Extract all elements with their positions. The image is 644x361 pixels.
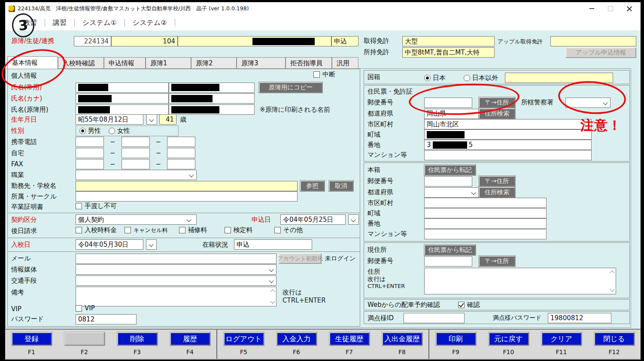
entry-date-field[interactable]: 令04年05月30日 (76, 239, 143, 250)
nationality-japan-radio[interactable] (424, 75, 431, 81)
juminhyo-postal-field[interactable] (424, 98, 472, 108)
vip-checkbox[interactable] (76, 305, 82, 312)
scroll-down-icon[interactable] (270, 299, 275, 303)
police-station-select[interactable] (565, 98, 611, 108)
genjusho-address-textarea[interactable] (424, 268, 616, 294)
logout-button[interactable]: ログアウト (224, 332, 264, 346)
name-genbo-first-field[interactable] (169, 104, 255, 115)
tab-genbo1[interactable]: 原簿1 (146, 57, 191, 69)
nationality-other-radio[interactable] (464, 75, 470, 81)
record-no-field[interactable]: 224134 (74, 36, 111, 46)
interrupt-checkbox[interactable] (313, 71, 320, 78)
mobile-field-2[interactable] (122, 137, 150, 147)
workplace-field[interactable] (76, 181, 298, 191)
gender-female-radio[interactable] (109, 128, 115, 134)
birth-dropdown-button[interactable] (146, 114, 157, 125)
genjusho-postal-to-address-button[interactable]: 〒→住所 (479, 256, 515, 266)
student-name-field[interactable] (178, 36, 331, 46)
contract-select[interactable]: 個人契約 (76, 214, 197, 225)
juminhyo-postal-to-address-button[interactable]: 〒→住所 (479, 97, 515, 108)
apple-license-field[interactable] (550, 36, 636, 46)
workplace-ref-button[interactable]: 参照 (300, 180, 325, 191)
tab-refused-instructor[interactable]: 拒否指導員 (286, 57, 332, 69)
name-kana-last-field[interactable] (76, 93, 169, 104)
status-field[interactable]: 申込 (331, 36, 358, 46)
home-field-2[interactable] (122, 148, 150, 158)
honseki-town-field[interactable] (424, 208, 547, 218)
app-date-dropdown-button[interactable] (348, 214, 359, 225)
scroll-down-icon[interactable] (610, 287, 614, 291)
name-kana-first-field[interactable] (169, 93, 255, 104)
tab-genbo3[interactable]: 原簿3 (237, 57, 286, 69)
juminhyo-banchi-field[interactable]: 3 5 (424, 140, 592, 150)
name-genbo-last-field[interactable] (76, 104, 169, 115)
honseki-postal-to-address-button[interactable]: 〒→住所 (479, 176, 515, 187)
menu-system2[interactable]: システム② (125, 18, 175, 28)
tab-general[interactable]: 汎用 (332, 57, 358, 69)
apple-application-button[interactable]: アップル申込情報 (565, 47, 636, 58)
cashflow-history-button[interactable]: 入出金履歴 (382, 332, 422, 346)
grad-cert-checkbox[interactable] (76, 203, 82, 209)
f2-button[interactable] (64, 332, 105, 346)
tab-basic-info[interactable]: 基本情報 (7, 56, 58, 69)
license-acquire-field[interactable]: 大型 (402, 36, 495, 46)
transport-select[interactable] (76, 275, 276, 286)
fax-field-2[interactable] (122, 159, 150, 169)
account-init-button[interactable]: アカウント初期化 (279, 253, 322, 264)
job-select[interactable] (76, 170, 197, 180)
age-field[interactable]: 41 (159, 114, 176, 125)
tab-genbo2[interactable]: 原簿2 (191, 57, 237, 69)
close-button[interactable] (620, 3, 639, 15)
register-button[interactable]: 登録 (12, 332, 52, 346)
honseki-postal-field[interactable] (424, 176, 472, 187)
home-field-3[interactable] (167, 148, 195, 158)
billing-entry-fee-checkbox[interactable] (76, 227, 82, 233)
genjusho-postal-field[interactable] (424, 256, 472, 266)
close-form-button[interactable]: 閉じる (594, 332, 635, 346)
birth-field[interactable]: 昭55年08月12日 (76, 114, 143, 125)
menu-kyoshu[interactable]: 教習 (15, 18, 45, 28)
web-confirm-checkbox[interactable] (458, 302, 465, 308)
minimize-button[interactable] (582, 3, 601, 15)
juminhyo-pref-select[interactable]: 岡山県 (424, 109, 479, 119)
honseki-city-field[interactable] (424, 198, 547, 208)
manten-id-field[interactable] (404, 313, 465, 323)
honseki-pref-select[interactable] (424, 187, 479, 198)
honseki-address-search-button[interactable]: 住所検索 (479, 187, 515, 198)
tab-entry-check[interactable]: 入校時確認 (58, 57, 104, 69)
honseki-mansion-field[interactable] (424, 229, 547, 239)
juminhyo-address-search-button[interactable]: 住所検索 (479, 108, 515, 119)
fax-field-3[interactable] (167, 159, 195, 169)
undo-button[interactable]: 元に戻す (489, 332, 529, 346)
media-select[interactable] (76, 264, 276, 275)
enrollment-select[interactable]: 申込 (234, 239, 312, 250)
scroll-up-icon[interactable] (610, 270, 614, 275)
honseki-copy-from-juminhyo-button[interactable]: 住民票から転記 (424, 165, 476, 175)
student-no-field[interactable]: 104 (111, 36, 178, 46)
billing-repair-fee-checkbox[interactable] (179, 227, 185, 233)
menu-system1[interactable]: システム① (75, 18, 125, 28)
delete-button[interactable]: 削除 (117, 332, 158, 346)
mobile-field-3[interactable] (167, 137, 195, 147)
billing-cancel-fee-checkbox[interactable] (125, 227, 131, 233)
entry-date-dropdown-button[interactable] (146, 239, 157, 250)
home-field-1[interactable] (76, 148, 104, 158)
copy-to-genbo-button[interactable]: 原簿用にコピー (259, 82, 322, 93)
fax-field-1[interactable] (76, 159, 104, 169)
license-held-field[interactable]: 中型8tMT,普自二MT,大特 (402, 47, 495, 58)
circle-field[interactable] (76, 191, 298, 202)
name-common-last-field[interactable] (76, 83, 169, 93)
mobile-field-1[interactable] (76, 137, 104, 147)
gender-male-radio[interactable] (79, 128, 86, 134)
juminhyo-mansion-field[interactable] (424, 150, 592, 160)
genjusho-copy-from-juminhyo-button[interactable]: 住民票から転記 (424, 245, 476, 255)
billing-exam-fee-checkbox[interactable] (225, 227, 231, 233)
history-button[interactable]: 履歴 (170, 332, 210, 346)
tab-application-info[interactable]: 申込情報 (104, 57, 146, 69)
manten-pw-field[interactable]: 19800812 (548, 313, 611, 323)
student-history-button[interactable]: 生徒履歴 (329, 332, 370, 346)
workplace-cancel-button[interactable]: 取消 (329, 180, 353, 191)
juminhyo-town-field[interactable] (424, 129, 592, 140)
remarks-textarea[interactable] (76, 287, 276, 306)
name-common-first-field[interactable] (169, 83, 255, 93)
